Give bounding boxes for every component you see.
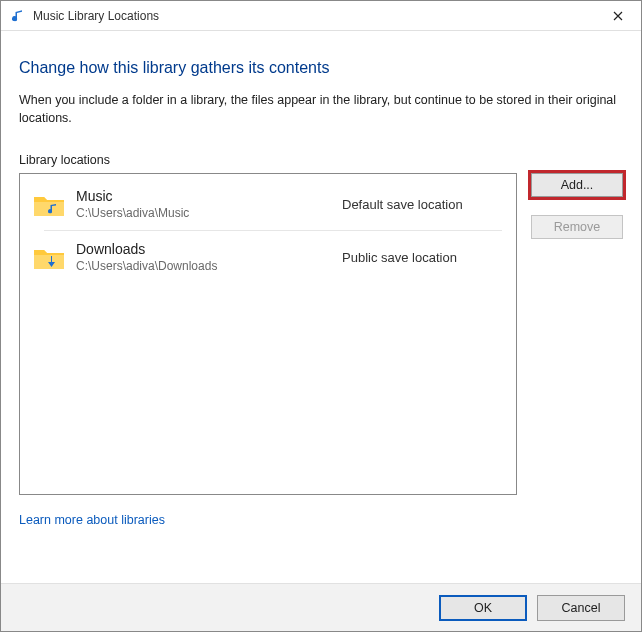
location-name: Downloads [76,241,332,257]
remove-button: Remove [531,215,623,239]
dialog-footer: OK Cancel [1,583,641,631]
location-path: C:\Users\adiva\Music [76,206,332,220]
close-button[interactable] [595,1,641,31]
list-item[interactable]: Downloads C:\Users\adiva\Downloads Publi… [20,231,516,283]
add-button-label: Add... [561,178,594,192]
library-locations-label: Library locations [19,153,623,167]
library-locations-list[interactable]: Music C:\Users\adiva\Music Default save … [19,173,517,495]
dialog-content: Change how this library gathers its cont… [1,31,641,527]
page-description: When you include a folder in a library, … [19,91,619,127]
svg-point-0 [13,16,17,20]
list-item[interactable]: Music C:\Users\adiva\Music Default save … [20,178,516,230]
folder-downloads-icon [32,242,66,272]
remove-button-label: Remove [554,220,601,234]
location-name: Music [76,188,332,204]
location-tag: Public save location [342,250,502,265]
ok-button-label: OK [474,601,492,615]
cancel-button[interactable]: Cancel [537,595,625,621]
page-heading: Change how this library gathers its cont… [19,59,623,77]
ok-button[interactable]: OK [439,595,527,621]
titlebar: Music Library Locations [1,1,641,31]
cancel-button-label: Cancel [562,601,601,615]
window-title: Music Library Locations [33,9,159,23]
svg-point-1 [48,209,52,213]
folder-music-icon [32,189,66,219]
learn-more-link[interactable]: Learn more about libraries [19,513,165,527]
music-note-icon [9,7,27,25]
add-button[interactable]: Add... [531,173,623,197]
location-path: C:\Users\adiva\Downloads [76,259,332,273]
location-tag: Default save location [342,197,502,212]
